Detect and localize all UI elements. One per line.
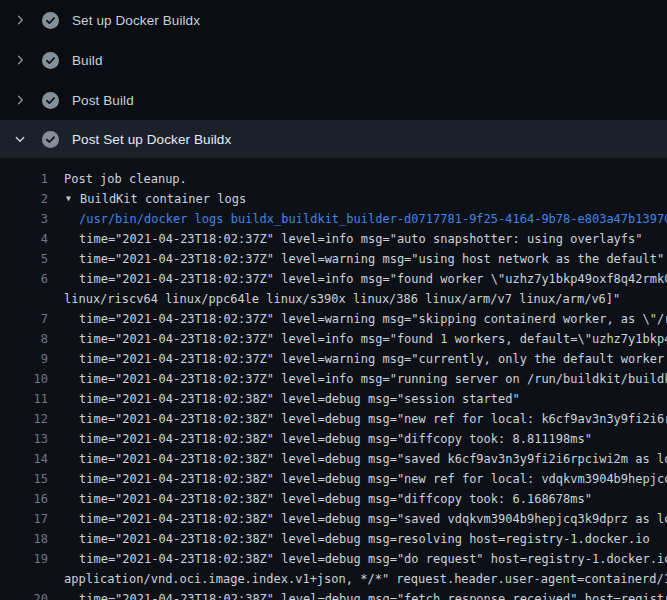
log-line-text: BuildKit container logs xyxy=(80,189,246,209)
log-line-number[interactable] xyxy=(0,569,48,589)
log-line-number[interactable]: 4 xyxy=(0,229,48,249)
step-header-post-build[interactable]: Post Build xyxy=(0,80,667,120)
step-header-build[interactable]: Build xyxy=(0,40,667,80)
log-line: 10 time="2021-04-23T18:02:37Z" level=inf… xyxy=(0,369,667,389)
check-circle-icon xyxy=(42,92,59,109)
log-line-text: time="2021-04-23T18:02:37Z" level=warnin… xyxy=(79,309,667,329)
chevron-down-icon[interactable] xyxy=(12,131,28,147)
log-line-text: time="2021-04-23T18:02:38Z" level=debug … xyxy=(79,469,667,489)
log-line-text: time="2021-04-23T18:02:38Z" level=debug … xyxy=(79,389,520,409)
log-line-number[interactable]: 19 xyxy=(0,549,48,569)
log-line-text: time="2021-04-23T18:02:38Z" level=debug … xyxy=(79,589,667,600)
log-line: 4 time="2021-04-23T18:02:37Z" level=info… xyxy=(0,229,667,249)
chevron-right-icon[interactable] xyxy=(12,92,28,108)
log-line-number[interactable]: 15 xyxy=(0,469,48,489)
check-circle-icon xyxy=(42,12,59,29)
log-line-number[interactable]: 16 xyxy=(0,489,48,509)
chevron-right-icon[interactable] xyxy=(12,12,28,28)
log-group-header: 2 ▼BuildKit container logs xyxy=(0,189,667,209)
log-line-text: time="2021-04-23T18:02:37Z" level=warnin… xyxy=(79,249,664,269)
log-line-number[interactable]: 20 xyxy=(0,589,48,600)
log-line-number[interactable]: 8 xyxy=(0,329,48,349)
log-line-text: time="2021-04-23T18:02:38Z" level=debug … xyxy=(79,409,667,429)
log-line: 8 time="2021-04-23T18:02:37Z" level=info… xyxy=(0,329,667,349)
group-collapse-triangle-icon[interactable]: ▼ xyxy=(66,189,80,209)
log-line: 12 time="2021-04-23T18:02:38Z" level=deb… xyxy=(0,409,667,429)
log-line-text: time="2021-04-23T18:02:37Z" level=info m… xyxy=(79,269,667,289)
log-line-number[interactable]: 18 xyxy=(0,529,48,549)
step-label: Post Build xyxy=(72,93,134,108)
log-line-text: Post job cleanup. xyxy=(64,169,187,189)
log-line-number[interactable]: 12 xyxy=(0,409,48,429)
log-line: 9 time="2021-04-23T18:02:37Z" level=warn… xyxy=(0,349,667,369)
log-line: 11 time="2021-04-23T18:02:38Z" level=deb… xyxy=(0,389,667,409)
log-line-text: time="2021-04-23T18:02:38Z" level=debug … xyxy=(79,509,667,529)
log-line-text: time="2021-04-23T18:02:37Z" level=warnin… xyxy=(79,349,667,369)
log-line: 1 Post job cleanup. xyxy=(0,169,667,189)
chevron-right-icon[interactable] xyxy=(12,52,28,68)
log-line-text: application/vnd.oci.image.index.v1+json,… xyxy=(64,569,667,589)
log-line-number[interactable]: 2 xyxy=(0,189,48,209)
log-line-number[interactable]: 9 xyxy=(0,349,48,369)
log-command-line: 3 /usr/bin/docker logs buildx_buildkit_b… xyxy=(0,209,667,229)
log-line: 16 time="2021-04-23T18:02:38Z" level=deb… xyxy=(0,489,667,509)
log-line-text: time="2021-04-23T18:02:38Z" level=debug … xyxy=(79,429,592,449)
log-line: 18 time="2021-04-23T18:02:38Z" level=deb… xyxy=(0,529,667,549)
log-line-number[interactable]: 7 xyxy=(0,309,48,329)
log-line-number[interactable]: 5 xyxy=(0,249,48,269)
log-line-number[interactable]: 1 xyxy=(0,169,48,189)
log-line: 17 time="2021-04-23T18:02:38Z" level=deb… xyxy=(0,509,667,529)
log-viewer: 1 Post job cleanup. 2 ▼BuildKit containe… xyxy=(0,158,667,600)
log-line: 19 time="2021-04-23T18:02:38Z" level=deb… xyxy=(0,549,667,569)
log-line-number[interactable]: 6 xyxy=(0,269,48,289)
log-line-text: time="2021-04-23T18:02:38Z" level=debug … xyxy=(79,489,592,509)
log-line-text: time="2021-04-23T18:02:37Z" level=info m… xyxy=(79,229,643,249)
log-line: 6 time="2021-04-23T18:02:37Z" level=info… xyxy=(0,269,667,289)
step-label: Post Set up Docker Buildx xyxy=(72,132,231,147)
log-line: linux/riscv64 linux/ppc64le linux/s390x … xyxy=(0,289,667,309)
log-line-number[interactable]: 14 xyxy=(0,449,48,469)
log-line: 5 time="2021-04-23T18:02:37Z" level=warn… xyxy=(0,249,667,269)
check-circle-icon xyxy=(42,52,59,69)
log-line: application/vnd.oci.image.index.v1+json,… xyxy=(0,569,667,589)
log-line-number[interactable]: 13 xyxy=(0,429,48,449)
log-line: 15 time="2021-04-23T18:02:38Z" level=deb… xyxy=(0,469,667,489)
log-line-text: time="2021-04-23T18:02:38Z" level=debug … xyxy=(79,529,650,549)
step-header-set-up-docker-buildx[interactable]: Set up Docker Buildx xyxy=(0,0,667,40)
log-line: 14 time="2021-04-23T18:02:38Z" level=deb… xyxy=(0,449,667,469)
log-line-number[interactable] xyxy=(0,289,48,309)
log-line-number[interactable]: 3 xyxy=(0,209,48,229)
log-line-text: time="2021-04-23T18:02:37Z" level=info m… xyxy=(79,329,667,349)
step-label: Set up Docker Buildx xyxy=(72,13,200,28)
step-header-post-set-up-docker-buildx[interactable]: Post Set up Docker Buildx xyxy=(0,120,667,158)
log-line-text: linux/riscv64 linux/ppc64le linux/s390x … xyxy=(64,289,620,309)
log-line: 20 time="2021-04-23T18:02:38Z" level=deb… xyxy=(0,589,667,600)
log-line-number[interactable]: 10 xyxy=(0,369,48,389)
log-line-text: time="2021-04-23T18:02:38Z" level=debug … xyxy=(79,549,667,569)
log-line: 7 time="2021-04-23T18:02:37Z" level=warn… xyxy=(0,309,667,329)
steps-list: Set up Docker Buildx Build P xyxy=(0,0,667,158)
log-line: 13 time="2021-04-23T18:02:38Z" level=deb… xyxy=(0,429,667,449)
log-line-text: time="2021-04-23T18:02:38Z" level=debug … xyxy=(79,449,667,469)
log-line-text: time="2021-04-23T18:02:37Z" level=info m… xyxy=(79,369,667,389)
check-circle-icon xyxy=(42,131,59,148)
log-line-number[interactable]: 17 xyxy=(0,509,48,529)
step-label: Build xyxy=(72,53,103,68)
log-line-number[interactable]: 11 xyxy=(0,389,48,409)
log-line-text: /usr/bin/docker logs buildx_buildkit_bui… xyxy=(79,209,667,229)
